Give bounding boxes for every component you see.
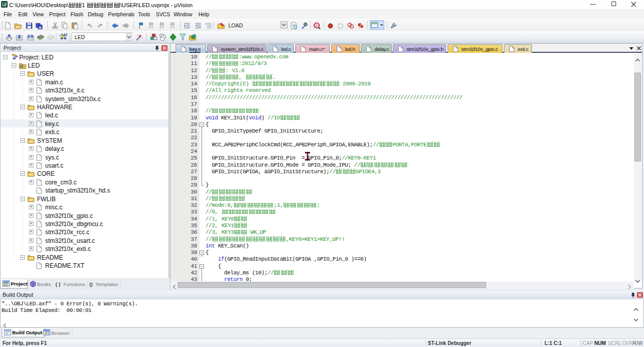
svg-text:@: @	[315, 23, 318, 28]
